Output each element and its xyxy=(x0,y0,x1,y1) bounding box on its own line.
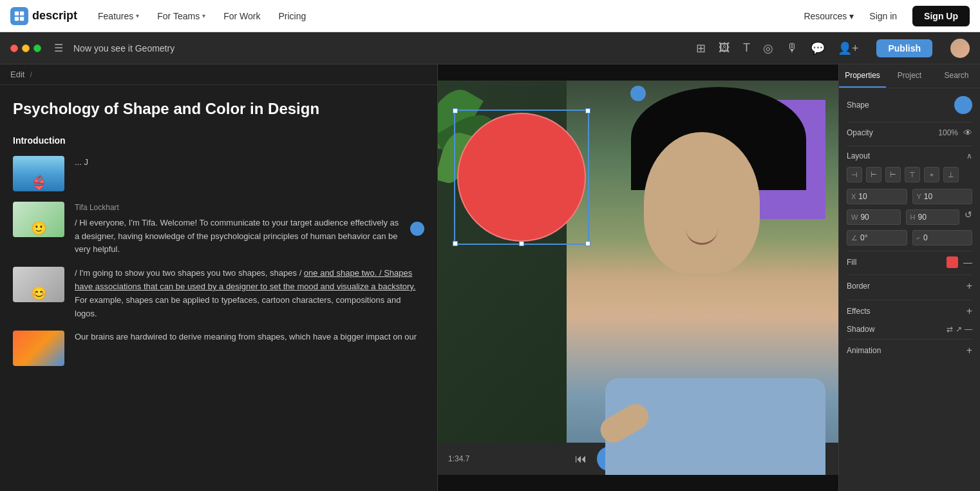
image-icon[interactable]: 🖼 xyxy=(719,41,730,55)
shape-tool-icon[interactable]: ◎ xyxy=(763,41,773,55)
grid-view-icon[interactable]: ⊞ xyxy=(696,41,706,55)
shadow-expand-icon[interactable]: ↗ xyxy=(956,325,962,334)
lock-ratio-icon[interactable]: ↺ xyxy=(965,209,972,225)
minimize-window-button[interactable] xyxy=(22,44,30,52)
angle-label: ∠ xyxy=(851,234,858,242)
fill-remove-icon[interactable]: — xyxy=(963,257,972,267)
align-left-icon[interactable]: ⊣ xyxy=(847,167,862,182)
border-row: Border + xyxy=(847,280,972,292)
toolbar-icons: ⊞ 🖼 T ◎ 🎙 💬 👤+ Publish xyxy=(696,39,970,58)
paragraph3: Our brains are hardwired to derive meani… xyxy=(75,332,417,342)
animation-add-icon[interactable]: + xyxy=(966,345,972,356)
opacity-row: Opacity 100% 👁 xyxy=(847,128,972,138)
svg-rect-1 xyxy=(20,11,24,15)
border-add-icon[interactable]: + xyxy=(966,280,972,292)
shadow-remove-icon[interactable]: — xyxy=(965,325,972,334)
editor-main: Edit / Psychology of Shape and Color in … xyxy=(0,64,980,491)
effects-add-icon[interactable]: + xyxy=(966,305,972,317)
nav-right-actions: Resources ▾ Sign in Sign Up xyxy=(804,6,970,26)
comment-icon[interactable]: 💬 xyxy=(811,41,825,55)
tab-properties[interactable]: Properties xyxy=(839,64,886,88)
hamburger-menu-icon[interactable]: ☰ xyxy=(54,42,63,54)
x-field[interactable]: X 10 xyxy=(847,189,907,204)
divider4 xyxy=(847,274,972,275)
nav-pricing[interactable]: Pricing xyxy=(270,7,314,25)
divider2 xyxy=(847,146,972,146)
tab-search[interactable]: Search xyxy=(933,64,980,88)
add-user-icon[interactable]: 👤+ xyxy=(838,41,859,55)
ellipsis-text: ... J xyxy=(75,157,88,167)
h-field[interactable]: H 90 xyxy=(906,209,960,225)
nav-for-work[interactable]: For Work xyxy=(216,7,268,25)
shadow-row: Shadow ⇄ ↗ — xyxy=(847,325,972,334)
blue-dot-intro xyxy=(410,222,424,236)
skip-back-icon[interactable]: ⏮ xyxy=(575,452,587,466)
user-avatar[interactable] xyxy=(950,39,970,58)
face xyxy=(644,132,760,274)
edit-bar: Edit / xyxy=(0,64,437,85)
script-text-shapes: / I'm going to show you two shapes you t… xyxy=(75,267,424,320)
divider6 xyxy=(847,339,972,340)
y-value: 10 xyxy=(924,192,932,201)
align-top-icon[interactable]: ⊤ xyxy=(905,167,920,182)
animation-row: Animation + xyxy=(847,345,972,356)
shadow-settings-icon[interactable]: ⇄ xyxy=(947,325,953,334)
corner-field[interactable]: ⌐ 0 xyxy=(912,230,973,246)
handle-bm[interactable] xyxy=(519,241,524,246)
script-content[interactable]: Psychology of Shape and Color in Design … xyxy=(0,85,437,491)
shape-red-circle[interactable] xyxy=(457,113,586,242)
tab-project[interactable]: Project xyxy=(886,64,933,88)
layout-section-header: Layout ∧ xyxy=(847,151,972,160)
thumbnail-pool xyxy=(13,156,64,191)
text-tool-icon[interactable]: T xyxy=(743,41,750,55)
visibility-eye-icon[interactable]: 👁 xyxy=(963,128,972,138)
script-row-abstract: Our brains are hardwired to derive meani… xyxy=(13,331,424,366)
align-bottom-icon[interactable]: ⊥ xyxy=(943,167,959,182)
record-icon[interactable]: 🎙 xyxy=(786,41,798,55)
script-text-ellipsis: ... J xyxy=(75,156,424,169)
svg-rect-2 xyxy=(15,16,19,20)
svg-rect-3 xyxy=(20,16,24,20)
video-dot-top xyxy=(630,86,646,101)
shape-color-preview[interactable] xyxy=(954,96,972,114)
nav-resources[interactable]: Resources ▾ xyxy=(804,11,854,21)
publish-button[interactable]: Publish xyxy=(876,39,932,57)
fill-color-swatch[interactable] xyxy=(947,256,958,268)
sign-up-button[interactable]: Sign Up xyxy=(912,6,970,26)
animation-label: Animation xyxy=(847,346,881,355)
video-preview: 1:34.7 ⏮ ▶ ⏭ 3:59.25 ⬆ ⋮ xyxy=(438,81,838,475)
maximize-window-button[interactable] xyxy=(33,44,41,52)
editor-toolbar: ☰ Now you see it Geometry ⊞ 🖼 T ◎ 🎙 💬 👤+… xyxy=(0,32,980,64)
edit-label: Edit xyxy=(10,70,24,79)
align-center-v-icon[interactable]: + xyxy=(924,167,939,182)
w-label: W xyxy=(851,213,858,221)
angle-corner-row: ∠ 0° ⌐ 0 xyxy=(847,230,972,246)
shape-property-row: Shape xyxy=(847,96,972,114)
speaker-name: Tifa Lockhart xyxy=(75,202,400,214)
layout-chevron-icon[interactable]: ∧ xyxy=(966,151,972,160)
sign-in-button[interactable]: Sign in xyxy=(862,7,905,25)
close-window-button[interactable] xyxy=(10,44,18,52)
properties-tabs: Properties Project Search xyxy=(839,64,980,88)
shape-label: Shape xyxy=(847,101,869,110)
script-row-shapes: / I'm going to show you two shapes you t… xyxy=(13,267,424,320)
nav-for-teams[interactable]: For Teams ▾ xyxy=(149,7,213,25)
alignment-row: ⊣ ⊢ ⊢ ⊤ + ⊥ xyxy=(847,167,972,182)
script-row-intro: Tifa Lockhart / Hi everyone, I'm Tifa. W… xyxy=(13,202,424,257)
xy-row: X 10 Y 10 xyxy=(847,189,972,204)
w-field[interactable]: W 90 xyxy=(847,209,901,225)
y-field[interactable]: Y 10 xyxy=(912,189,973,204)
corner-value: 0 xyxy=(923,233,928,242)
script-text-intro: Tifa Lockhart / Hi everyone, I'm Tifa. W… xyxy=(75,202,400,257)
nav-menu: Features ▾ For Teams ▾ For Work Pricing xyxy=(90,7,804,25)
nav-features[interactable]: Features ▾ xyxy=(90,7,147,25)
handle-bl[interactable] xyxy=(453,241,458,246)
script-title: Psychology of Shape and Color in Design xyxy=(13,98,424,120)
align-center-h-icon[interactable]: ⊢ xyxy=(866,167,881,182)
angle-field[interactable]: ∠ 0° xyxy=(847,230,907,246)
logo[interactable]: descript xyxy=(10,7,77,25)
thumbnail-person2 xyxy=(13,267,64,302)
align-right-icon[interactable]: ⊢ xyxy=(885,167,901,182)
svg-rect-0 xyxy=(15,11,19,15)
right-properties-panel: Properties Project Search Shape Opacity … xyxy=(838,64,980,491)
